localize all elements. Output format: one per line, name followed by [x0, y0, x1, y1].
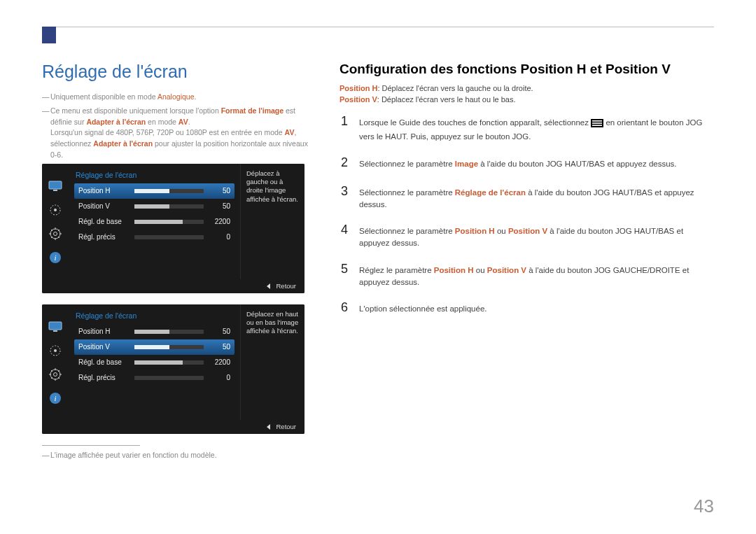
note-accent: Format de l'image	[221, 106, 284, 115]
osd-menu-title: Réglage de l'écran	[74, 168, 234, 183]
note-analog: Uniquement disponible en mode Analogique…	[42, 92, 312, 103]
header-accent-block	[42, 27, 56, 43]
monitor-icon	[48, 320, 63, 334]
left-column: Réglage de l'écran Uniquement disponible…	[42, 62, 312, 463]
note-accent: AV	[178, 118, 188, 126]
term: Position H	[340, 84, 377, 92]
step-text: L'option sélectionnée est appliquée.	[359, 303, 487, 315]
osd-row-label: Régl. précis	[78, 374, 129, 381]
accent: Position V	[487, 266, 526, 274]
step-text: Sélectionnez le paramètre Position H ou …	[359, 225, 714, 250]
text: ou	[474, 266, 487, 274]
svg-rect-17	[592, 120, 602, 122]
note-text: Ce menu est disponible uniquement lorsqu…	[50, 106, 221, 115]
step-5: 5 Réglez le paramètre Position H ou Posi…	[340, 260, 714, 289]
menu-icon	[591, 119, 603, 131]
footnote-rule	[42, 445, 140, 446]
osd-row-fine: Régl. précis0	[74, 370, 234, 386]
osd-description: Déplacez en haut ou en bas l'image affic…	[240, 304, 304, 420]
svg-point-13	[54, 372, 57, 376]
info-icon: i	[48, 391, 63, 405]
accent: Image	[455, 160, 478, 168]
osd-sidebar: i	[42, 164, 69, 279]
picture-icon	[48, 203, 63, 217]
text: Réglez le paramètre	[359, 266, 434, 274]
slider-fill	[134, 189, 169, 193]
step-number: 6	[340, 298, 349, 317]
left-arrow-icon	[267, 283, 270, 289]
step-text: Réglez le paramètre Position H ou Positi…	[359, 265, 714, 289]
osd-row-value: 2200	[209, 218, 230, 225]
osd-row-label: Position V	[78, 202, 129, 210]
page-number: 43	[694, 496, 714, 517]
osd-back-label: Retour	[276, 423, 296, 430]
accent: Position V	[508, 227, 547, 235]
svg-text:i: i	[54, 253, 56, 262]
accent: Réglage de l'écran	[455, 188, 526, 197]
osd-row-label: Position H	[78, 328, 129, 335]
osd-sidebar: i	[42, 304, 69, 420]
osd-back-label: Retour	[276, 282, 296, 290]
step-number: 3	[340, 182, 349, 201]
osd-row-position-h: Position H50	[74, 183, 234, 199]
note-format: Ce menu est disponible uniquement lorsqu…	[42, 106, 312, 161]
step-6: 6 L'option sélectionnée est appliquée.	[340, 298, 714, 317]
osd-footer: Retour	[42, 279, 304, 293]
svg-point-3	[54, 209, 57, 211]
text: Sélectionnez le paramètre	[359, 227, 455, 235]
monitor-icon	[48, 179, 63, 193]
gear-icon	[48, 367, 63, 381]
osd-panel-2: i Réglage de l'écran Position H50 Positi…	[42, 304, 304, 434]
osd-row-value: 50	[209, 202, 230, 210]
note-accent: Adapter à l'écran	[86, 118, 146, 126]
osd-row-position-v: Position V50	[74, 339, 234, 355]
step-number: 2	[340, 153, 349, 172]
header-rule	[42, 27, 714, 27]
step-number: 5	[340, 260, 349, 279]
osd-row-label: Position V	[78, 343, 129, 351]
text: Sélectionnez le paramètre	[359, 160, 455, 168]
text: Lorsque le Guide des touches de fonction…	[359, 118, 591, 127]
note-text: .	[188, 118, 190, 126]
svg-rect-1	[53, 190, 57, 191]
osd-row-coarse: Régl. de base2200	[74, 214, 234, 230]
step-text: Sélectionnez le paramètre Image à l'aide…	[359, 158, 677, 170]
text: Sélectionnez le paramètre	[359, 188, 455, 197]
note-accent: AV	[285, 128, 295, 136]
note-text: en mode	[146, 118, 178, 126]
note-accent: Analogique	[158, 92, 195, 101]
osd-row-label: Régl. de base	[78, 218, 129, 225]
osd-row-value: 0	[209, 233, 230, 241]
info-icon: i	[48, 251, 63, 265]
osd-row-value: 50	[209, 328, 230, 335]
svg-rect-9	[53, 330, 57, 332]
osd-description: Déplacez à gauche ou à droite l'image af…	[240, 164, 304, 279]
svg-point-11	[54, 349, 57, 352]
accent: Position H	[455, 227, 495, 235]
def-text: : Déplacez l'écran vers la gauche ou la …	[377, 84, 533, 92]
picture-icon	[48, 344, 63, 358]
slider-fill	[134, 345, 169, 349]
slider-fill	[134, 220, 183, 224]
osd-row-value: 50	[209, 343, 230, 351]
gear-icon	[48, 227, 63, 241]
subsection-title: Configuration des fonctions Position H e…	[340, 62, 714, 77]
step-3: 3 Sélectionnez le paramètre Réglage de l…	[340, 182, 714, 211]
term: Position V	[340, 95, 377, 104]
svg-rect-0	[49, 181, 62, 189]
svg-point-5	[54, 232, 57, 235]
image-footnote: L'image affichée peut varier en fonction…	[42, 450, 312, 461]
definition-position-v: Position V: Déplacez l'écran vers le hau…	[340, 95, 714, 104]
slider-fill	[134, 360, 183, 365]
note-text: .	[194, 92, 196, 101]
osd-row-fine: Régl. précis0	[74, 230, 234, 245]
osd-row-position-v: Position V50	[74, 199, 234, 214]
definition-position-h: Position H: Déplacez l'écran vers la gau…	[340, 84, 714, 92]
osd-footer: Retour	[42, 420, 304, 434]
svg-rect-8	[49, 322, 62, 330]
def-text: : Déplacez l'écran vers le haut ou le ba…	[377, 95, 516, 104]
svg-rect-18	[592, 122, 602, 124]
step-number: 4	[340, 220, 349, 239]
osd-row-value: 50	[209, 187, 230, 195]
note-text: Lorsqu'un signal de 480P, 576P, 720P ou …	[50, 128, 285, 136]
